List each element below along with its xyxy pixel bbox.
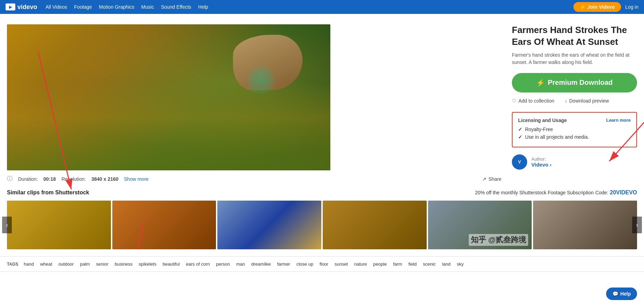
tags-section: TAGS hand wheat outdoor palm senior busi…	[0, 256, 644, 272]
svg-line-5	[126, 221, 144, 249]
clip-thumbnail-6[interactable]	[533, 201, 637, 249]
show-more-link[interactable]: Show more	[124, 176, 149, 182]
tag-scenic[interactable]: scenic	[421, 261, 438, 267]
licensing-label: Licensing and Usage	[518, 118, 567, 123]
tag-palm[interactable]: palm	[78, 261, 92, 267]
licensing-box: Licensing and Usage Learn more ✓ Royalty…	[512, 112, 637, 147]
clip-thumbnail-4[interactable]	[323, 201, 427, 249]
author-name-link[interactable]: Videvo ›	[531, 162, 552, 168]
tag-spikelets[interactable]: spikelets	[137, 261, 159, 267]
clip-thumbnail-2[interactable]	[112, 201, 216, 249]
tag-dreamlike[interactable]: dreamlike	[249, 261, 273, 267]
tag-man[interactable]: man	[234, 261, 247, 267]
action-row: ♡ Add to collection ↓ Download preview	[512, 98, 637, 104]
clip-thumbnail-1[interactable]	[7, 201, 111, 249]
learn-more-link[interactable]: Learn more	[606, 118, 631, 123]
avatar-text: V	[518, 160, 521, 164]
tag-close-up[interactable]: close up	[294, 261, 315, 267]
nav-all-videos[interactable]: All Videos	[46, 3, 67, 11]
nav-music[interactable]: Music	[141, 3, 154, 11]
nav-motion-graphics[interactable]: Motion Graphics	[99, 3, 134, 11]
tag-ears-of-corn[interactable]: ears of corn	[184, 261, 212, 267]
video-description: Farmer's hand strokes the ears of wheat …	[512, 51, 637, 66]
nav-sound-effects[interactable]: Sound Effects	[161, 3, 191, 11]
promo-text: 20% off the monthly Shutterstock Footage…	[475, 190, 594, 195]
author-label: Author:	[531, 156, 552, 162]
author-avatar: V	[512, 154, 527, 170]
tag-floor[interactable]: floor	[317, 261, 330, 267]
heart-icon: ♡	[512, 98, 516, 104]
video-title: Farmers Hand Strokes The Ears Of Wheat A…	[512, 24, 637, 48]
resolution-value: 3840 x 2160	[91, 176, 119, 182]
clips-prev-button[interactable]: ‹	[2, 217, 12, 233]
clips-next-button[interactable]: ›	[632, 217, 642, 233]
resolution-label: Resolution:	[62, 176, 86, 182]
logo-icon: ▶	[6, 3, 15, 10]
tag-outdoor[interactable]: outdoor	[56, 261, 76, 267]
similar-section: Similar clips from Shutterstock 20% off …	[0, 189, 644, 256]
logo-text: videvo	[17, 3, 37, 11]
clip-thumbnail-3[interactable]	[217, 201, 321, 249]
check-icon-2: ✓	[518, 134, 522, 140]
tag-beautiful[interactable]: beautiful	[161, 261, 182, 267]
video-section: ⓘ Duration: 00:18 Resolution: 3840 x 216…	[7, 24, 501, 183]
header-right: ⚡ Join Videvo Log in	[573, 2, 638, 12]
premium-btn-label: Premium Download	[548, 79, 613, 87]
tag-nature[interactable]: nature	[352, 261, 369, 267]
video-container[interactable]	[7, 24, 330, 170]
tag-people[interactable]: people	[371, 261, 389, 267]
promo-code: 20VIDEVO	[610, 189, 637, 195]
watermark: 知乎 @贰叁跨境	[469, 234, 529, 246]
license-item-2: ✓ Use in all projects and media.	[518, 134, 631, 140]
nav-footage[interactable]: Footage	[74, 3, 92, 11]
similar-header: Similar clips from Shutterstock 20% off …	[7, 189, 637, 196]
license-item-1: ✓ Royalty-Free	[518, 127, 631, 132]
tag-sky[interactable]: sky	[455, 261, 466, 267]
clips-container: ‹ 知乎 @贰叁跨境 ›	[7, 201, 637, 249]
info-icon: ⓘ	[7, 175, 13, 183]
main-content: ⓘ Duration: 00:18 Resolution: 3840 x 216…	[0, 14, 644, 189]
share-label: Share	[489, 176, 501, 182]
promo-area: 20% off the monthly Shutterstock Footage…	[475, 189, 637, 196]
duration-label: Duration:	[18, 176, 38, 182]
license-text-2: Use in all projects and media.	[525, 134, 589, 140]
share-button[interactable]: ↗ Share	[482, 176, 501, 182]
author-info: Author: Videvo ›	[531, 156, 552, 168]
check-icon-1: ✓	[518, 127, 522, 132]
license-text-1: Royalty-Free	[525, 127, 553, 132]
login-link[interactable]: Log in	[625, 4, 638, 10]
join-button[interactable]: ⚡ Join Videvo	[573, 2, 621, 12]
nav: All Videos Footage Motion Graphics Music…	[46, 3, 565, 11]
tag-person[interactable]: person	[214, 261, 232, 267]
video-thumbnail[interactable]	[7, 24, 330, 170]
lightning-icon-2: ⚡	[536, 79, 545, 87]
logo[interactable]: ▶ videvo	[6, 3, 37, 11]
tag-farm[interactable]: farm	[391, 261, 404, 267]
tag-farmer[interactable]: farmer	[275, 261, 292, 267]
clip-thumbnail-5[interactable]: 知乎 @贰叁跨境	[428, 201, 532, 249]
lightning-icon: ⚡	[580, 4, 586, 10]
premium-download-button[interactable]: ⚡ Premium Download	[512, 73, 637, 92]
tag-hand[interactable]: hand	[22, 261, 36, 267]
add-collection-button[interactable]: ♡ Add to collection	[512, 98, 554, 104]
tag-senior[interactable]: senior	[94, 261, 110, 267]
licensing-header: Licensing and Usage Learn more	[518, 118, 631, 123]
tag-wheat[interactable]: wheat	[38, 261, 54, 267]
tag-field[interactable]: field	[406, 261, 419, 267]
annotation-arrow-3	[123, 218, 192, 249]
clips-row: 知乎 @贰叁跨境	[7, 201, 637, 249]
tag-sunset[interactable]: sunset	[332, 261, 350, 267]
sidebar: Farmers Hand Strokes The Ears Of Wheat A…	[512, 24, 637, 183]
nav-help[interactable]: Help	[198, 3, 208, 11]
download-preview-button[interactable]: ↓ Download preview	[565, 98, 609, 104]
tag-land[interactable]: land	[440, 261, 453, 267]
tag-business[interactable]: business	[113, 261, 135, 267]
similar-title: Similar clips from Shutterstock	[7, 189, 89, 196]
code-label: Code:	[595, 190, 608, 195]
download-preview-label: Download preview	[569, 98, 609, 104]
duration-value: 00:18	[43, 176, 56, 182]
join-label: Join Videvo	[588, 4, 615, 10]
download-icon: ↓	[565, 98, 567, 104]
author-row: V Author: Videvo ›	[512, 154, 637, 170]
wheat-field-overlay	[7, 83, 330, 170]
